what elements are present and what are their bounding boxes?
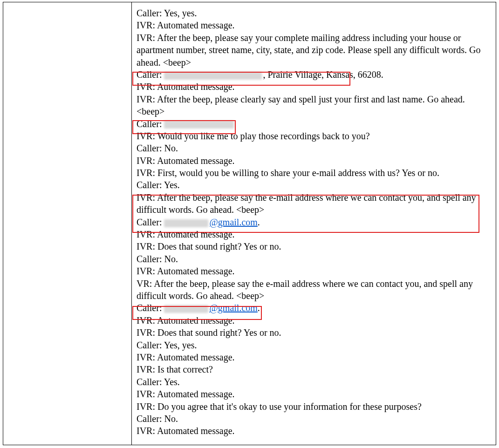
speaker-label: Caller: [137, 377, 159, 387]
transcript-line: IVR: Automated message.: [137, 155, 487, 167]
line-text: After the beep, please clearly say and s…: [137, 94, 465, 116]
transcript-line: Caller: , Prairie Village, Kansas, 66208…: [137, 68, 487, 81]
line-text: Would you like me to play those recordin…: [157, 131, 370, 141]
speaker-label: Caller: [137, 180, 159, 190]
line-text: Automated message.: [157, 426, 235, 436]
document-frame: Caller: Yes, yes.IVR: Automated message.…: [3, 2, 496, 445]
speaker-label: Caller: [137, 143, 159, 153]
speaker-label: IVR: [137, 352, 152, 362]
speaker-label: IVR: [137, 389, 152, 399]
transcript-line: Caller: @gmail.com.: [137, 302, 487, 314]
speaker-label: IVR: [137, 20, 152, 30]
redacted-text: [164, 121, 234, 129]
speaker-label: IVR: [137, 315, 152, 326]
line-text: Yes.: [164, 377, 180, 387]
speaker-label: Caller: [137, 8, 159, 18]
transcript-line: IVR: Do you agree that it's okay to use …: [137, 400, 487, 413]
transcript-line: IVR: Would you like me to play those rec…: [137, 130, 487, 142]
speaker-label: Caller: [137, 69, 159, 80]
redacted-text: [164, 305, 208, 313]
transcript-column: Caller: Yes, yes.IVR: Automated message.…: [132, 2, 496, 445]
transcript-line: IVR: Does that sound right? Yes or no.: [137, 240, 487, 252]
transcript-line: IVR: Automated message.: [137, 314, 487, 326]
document-page: Caller: Yes, yes.IVR: Automated message.…: [0, 0, 499, 448]
speaker-label: IVR: [137, 241, 152, 251]
trailing-period: .: [258, 217, 260, 227]
line-text: Does that sound right? Yes or no.: [157, 327, 281, 338]
transcript-line: IVR: Automated message.: [137, 19, 487, 31]
speaker-label: Caller: [137, 303, 159, 313]
transcript-line: IVR: Automated message.: [137, 425, 487, 437]
speaker-label: Caller: [137, 254, 159, 264]
line-text: After the beep, please say the e-mail ad…: [137, 192, 476, 215]
transcript-line: Caller: @gmail.com.: [137, 216, 487, 228]
line-text: After the beep, please say your complete…: [137, 33, 480, 68]
speaker-label: IVR: [137, 364, 152, 374]
speaker-label: IVR: [137, 33, 152, 43]
line-text: , Prairie Village, Kansas, 66208.: [263, 69, 383, 80]
transcript-line: IVR: Automated message.: [137, 351, 487, 363]
transcript-line: IVR: Automated message.: [137, 265, 487, 277]
speaker-label: IVR: [137, 131, 152, 141]
line-text: Automated message.: [157, 389, 235, 399]
transcript-line: IVR: Is that correct?: [137, 363, 487, 375]
transcript-line: Caller: Yes.: [137, 179, 487, 191]
speaker-label: IVR: [137, 266, 152, 276]
left-column: [3, 2, 132, 445]
line-text: Automated message.: [157, 20, 235, 30]
line-text: Yes.: [164, 180, 180, 190]
line-text: No.: [164, 414, 178, 424]
speaker-label: IVR: [137, 229, 152, 239]
speaker-label: IVR: [137, 426, 152, 436]
speaker-label: Caller: [137, 414, 159, 424]
speaker-label: Caller: [137, 217, 159, 227]
line-text: After the beep, please say the e-mail ad…: [137, 278, 473, 301]
line-text: Does that sound right? Yes or no.: [157, 241, 281, 251]
speaker-label: IVR: [137, 327, 152, 338]
line-text: Yes, yes.: [164, 8, 197, 18]
line-text: Automated message.: [157, 315, 235, 326]
transcript-line: Caller: Yes, yes.: [137, 7, 487, 19]
line-text: Automated message.: [157, 352, 235, 362]
redacted-text: [164, 219, 208, 227]
speaker-label: IVR: [137, 94, 152, 104]
speaker-label: IVR: [137, 156, 152, 166]
transcript-line: Caller: No.: [137, 413, 487, 425]
line-text: No.: [164, 254, 178, 264]
transcript-line: Caller: Yes, yes.: [137, 339, 487, 351]
transcript-line: IVR: Does that sound right? Yes or no.: [137, 326, 487, 339]
speaker-label: IVR: [137, 401, 152, 412]
transcript-line: Caller: Yes.: [137, 376, 487, 388]
line-text: Yes, yes.: [164, 340, 197, 350]
transcript-line: Caller:: [137, 118, 487, 130]
transcript-line: IVR: First, would you be willing to shar…: [137, 167, 487, 179]
speaker-label: Caller: [137, 340, 159, 350]
trailing-period: .: [258, 303, 260, 313]
speaker-label: Caller: [137, 119, 159, 129]
transcript-line: IVR: After the beep, please say the e-ma…: [137, 191, 487, 216]
line-text: Do you agree that it's okay to use your …: [157, 401, 422, 412]
transcript-line: IVR: Automated message.: [137, 228, 487, 240]
transcript-line: IVR: After the beep, please clearly say …: [137, 93, 487, 118]
email-link[interactable]: @gmail.com: [209, 303, 257, 313]
line-text: No.: [164, 143, 178, 153]
line-text: First, would you be willing to share you…: [157, 168, 439, 178]
speaker-label: IVR: [137, 81, 152, 92]
transcript-line: IVR: After the beep, please say your com…: [137, 32, 487, 68]
transcript-line: IVR: Automated message.: [137, 388, 487, 400]
speaker-label: IVR: [137, 168, 152, 178]
line-text: Is that correct?: [157, 364, 213, 374]
speaker-label: VR: [137, 278, 150, 289]
transcript-line: VR: After the beep, please say the e-mai…: [137, 278, 487, 302]
transcript-line: Caller: No.: [137, 142, 487, 154]
line-text: Automated message.: [157, 81, 235, 92]
transcript-line: Caller: No.: [137, 253, 487, 265]
line-text: Automated message.: [157, 156, 235, 166]
line-text: Automated message.: [157, 266, 235, 276]
redacted-text: [164, 72, 262, 80]
email-link[interactable]: @gmail.com: [209, 217, 257, 227]
transcript-line: IVR: Automated message.: [137, 81, 487, 93]
speaker-label: IVR: [137, 192, 152, 203]
line-text: Automated message.: [157, 229, 235, 239]
